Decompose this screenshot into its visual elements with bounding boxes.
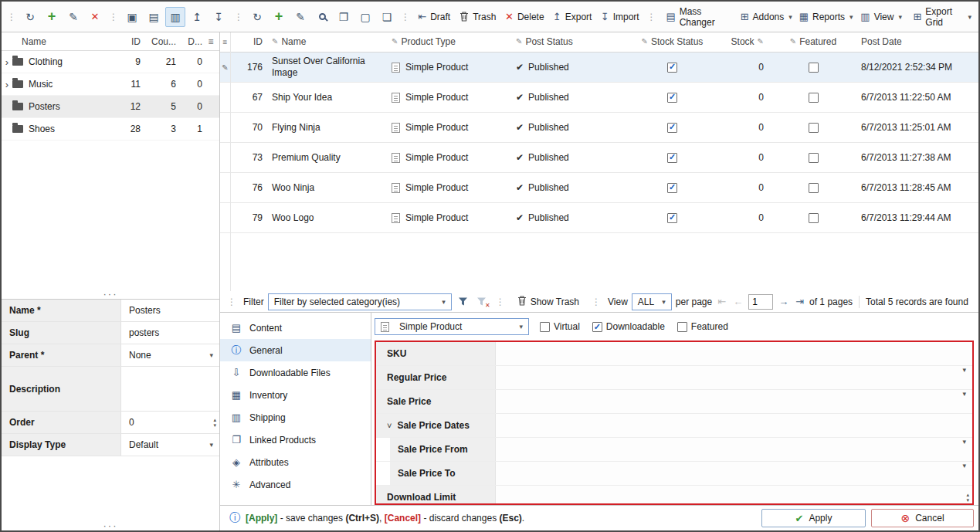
flag-featured[interactable]: Featured: [677, 321, 728, 332]
cell-stock[interactable]: 0: [717, 113, 775, 142]
tab-content[interactable]: ▤Content: [220, 317, 371, 339]
slug-field[interactable]: posters: [121, 322, 219, 344]
cell-featured[interactable]: [775, 113, 852, 142]
cell-id[interactable]: 73: [230, 143, 269, 172]
cell-type[interactable]: Simple Product: [381, 53, 508, 82]
cell-post_date[interactable]: 6/7/2013 11:25:01 AM: [852, 113, 978, 142]
featured-checkbox[interactable]: [809, 93, 819, 103]
cell-stock_status[interactable]: [628, 173, 717, 202]
apply-filter-icon[interactable]: [456, 296, 470, 307]
featured-checkbox[interactable]: [809, 213, 819, 223]
search-products-button[interactable]: [312, 7, 332, 27]
cell-post_date[interactable]: 6/7/2013 11:28:45 AM: [852, 173, 978, 202]
download-limit-input[interactable]: ▴▾: [496, 486, 972, 505]
col-header-status[interactable]: ✎Post Status: [508, 32, 628, 52]
cell-type[interactable]: Simple Product: [381, 143, 508, 172]
dropdown-icon[interactable]: ▾: [209, 351, 213, 359]
col-header-stock_status[interactable]: ✎Stock Status: [628, 32, 717, 52]
view-button[interactable]: ▥View▾: [857, 7, 906, 27]
order-field[interactable]: 0▴▾: [121, 412, 219, 433]
sale-price-input[interactable]: ▾: [496, 390, 972, 413]
tab-linked-products[interactable]: ❐Linked Products: [220, 429, 371, 451]
description-field[interactable]: [121, 367, 219, 411]
cell-stock_status[interactable]: [628, 113, 717, 142]
cell-status[interactable]: ✔Published: [508, 203, 628, 232]
virtual-checkbox[interactable]: [540, 322, 550, 332]
product-row-67[interactable]: 67Ship Your IdeaSimple Product✔Published…: [220, 83, 978, 113]
tab-inventory[interactable]: ▦Inventory: [220, 384, 371, 406]
show-trash-button[interactable]: Show Trash: [512, 293, 585, 311]
cell-featured[interactable]: [775, 53, 852, 82]
product-row-73[interactable]: 73Premium QualitySimple Product✔Publishe…: [220, 143, 978, 173]
parent-field[interactable]: None▾: [121, 344, 219, 366]
tree-col-count[interactable]: Cou...: [141, 36, 176, 47]
group-header[interactable]: ˅Sale Price Dates: [376, 414, 496, 437]
product-row-70[interactable]: 70Flying NinjaSimple Product✔Published06…: [220, 113, 978, 143]
cell-type[interactable]: Simple Product: [381, 113, 508, 142]
cell-featured[interactable]: [775, 203, 852, 232]
sale-price-from-input[interactable]: ▾: [496, 438, 972, 461]
cell-status[interactable]: ✔Published: [508, 143, 628, 172]
bottom-splitter[interactable]: ···: [2, 521, 219, 530]
col-header-id[interactable]: ID: [230, 32, 269, 52]
prev-page-icon[interactable]: ←: [731, 296, 744, 307]
category-filter-dropdown[interactable]: Filter by selected category(ies) ▾: [268, 293, 452, 310]
flag-downloadable[interactable]: Downloadable: [592, 321, 665, 332]
addons-button[interactable]: ⊞Addons▾: [738, 7, 795, 27]
cell-id[interactable]: 79: [230, 203, 269, 232]
refresh-products-button[interactable]: ↻: [247, 7, 267, 27]
export-grid-button[interactable]: ⊞Export Grid▾: [907, 7, 978, 27]
featured-checkbox[interactable]: [809, 123, 819, 133]
cell-type[interactable]: Simple Product: [381, 203, 508, 232]
cell-type[interactable]: Simple Product: [381, 83, 508, 112]
dropdown-icon[interactable]: ▾: [962, 462, 966, 469]
col-header-name[interactable]: ✎Name: [269, 32, 381, 52]
clear-filter-icon[interactable]: ✕: [474, 296, 489, 307]
tab-general[interactable]: ⓘGeneral: [220, 339, 371, 361]
cell-stock[interactable]: 0: [717, 173, 775, 202]
tab-advanced[interactable]: ✳Advanced: [220, 473, 371, 496]
tree-col-d[interactable]: D...: [176, 36, 202, 47]
mass-changer-button[interactable]: ▤Mass Changer: [660, 7, 736, 27]
display-type-field[interactable]: Default▾: [121, 434, 219, 456]
flag-virtual[interactable]: Virtual: [540, 321, 580, 332]
cell-name[interactable]: Premium Quality: [269, 143, 381, 172]
sort-icon[interactable]: ≡: [202, 36, 219, 47]
draft-button[interactable]: ⇤Draft: [414, 7, 454, 27]
sku-input[interactable]: [496, 342, 972, 365]
stock_status-checkbox[interactable]: [667, 123, 677, 133]
first-page-icon[interactable]: ⇤: [716, 296, 727, 307]
cell-id[interactable]: 76: [230, 173, 269, 202]
stock_status-checkbox[interactable]: [667, 93, 677, 103]
stock_status-checkbox[interactable]: [667, 63, 677, 73]
regular-price-input[interactable]: ▾: [496, 366, 972, 389]
dropdown-icon[interactable]: ▾: [962, 438, 966, 446]
reports-button[interactable]: ▦Reports▾: [796, 7, 856, 27]
cell-type[interactable]: Simple Product: [381, 173, 508, 202]
split-view-button[interactable]: ▥: [165, 7, 185, 27]
category-row-clothing[interactable]: ›Clothing9210: [2, 51, 219, 73]
export-categories-button[interactable]: ↥: [187, 7, 207, 27]
stock_status-checkbox[interactable]: [667, 153, 677, 163]
dropdown-icon[interactable]: ▾: [962, 366, 966, 374]
apply-button[interactable]: ✔ Apply: [761, 509, 866, 527]
tab-downloadable-files[interactable]: ⇩Downloadable Files: [220, 361, 371, 384]
col-header-type[interactable]: ✎Product Type: [381, 32, 508, 52]
category-row-posters[interactable]: Posters1250: [2, 96, 219, 118]
category-row-music[interactable]: ›Music1160: [2, 73, 219, 96]
copy-products-button[interactable]: ❐: [334, 7, 354, 27]
cell-stock_status[interactable]: [628, 203, 717, 232]
cell-featured[interactable]: [775, 173, 852, 202]
edit-category-button[interactable]: ✎: [63, 7, 83, 27]
delete-button[interactable]: ✕Delete: [501, 7, 548, 27]
cell-stock_status[interactable]: [628, 83, 717, 112]
featured-checkbox[interactable]: [809, 63, 819, 73]
spinner-control[interactable]: ▴▾: [213, 417, 216, 428]
featured-checkbox[interactable]: [809, 153, 819, 163]
edit-product-button[interactable]: ✎: [290, 7, 310, 27]
import-button[interactable]: ↧Import: [597, 7, 643, 27]
cell-status[interactable]: ✔Published: [508, 53, 628, 82]
tree-form-splitter[interactable]: ···: [2, 290, 219, 299]
cell-name[interactable]: Woo Logo: [269, 203, 381, 232]
featured-checkbox[interactable]: [809, 183, 819, 193]
